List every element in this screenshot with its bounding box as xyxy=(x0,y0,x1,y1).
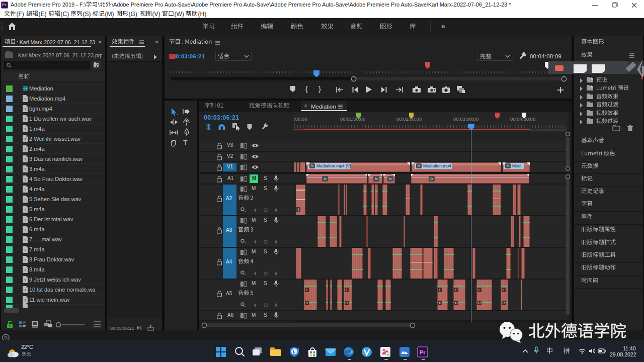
svg-text:?: ? xyxy=(24,108,26,111)
svg-text:?: ? xyxy=(24,118,26,121)
svg-text:?: ? xyxy=(24,289,26,292)
svg-text:?: ? xyxy=(24,148,26,151)
svg-text:?: ? xyxy=(24,168,26,171)
svg-text:?: ? xyxy=(24,198,26,202)
svg-text:?: ? xyxy=(24,248,26,252)
svg-text:?: ? xyxy=(24,258,26,262)
svg-text:?: ? xyxy=(24,138,26,141)
svg-text:?: ? xyxy=(24,218,26,222)
svg-text:?: ? xyxy=(24,98,26,101)
svg-text:?: ? xyxy=(24,178,26,182)
svg-text:?: ? xyxy=(24,238,26,242)
svg-text:?: ? xyxy=(24,158,26,161)
svg-text:?: ? xyxy=(24,268,26,272)
svg-text:?: ? xyxy=(24,228,26,232)
svg-text:?: ? xyxy=(24,128,26,131)
svg-text:?: ? xyxy=(24,188,26,192)
svg-text:Pr: Pr xyxy=(420,349,426,355)
svg-text:?: ? xyxy=(24,279,26,282)
svg-text:?: ? xyxy=(24,208,26,212)
svg-text:?: ? xyxy=(24,299,26,302)
